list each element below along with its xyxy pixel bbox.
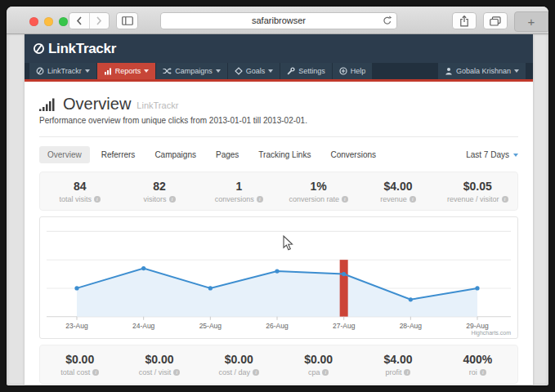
tab-tracking-links[interactable]: Tracking Links	[250, 146, 319, 163]
stat-value: 1	[199, 180, 279, 193]
close-window-button[interactable]	[29, 17, 38, 26]
stat-value: $4.00	[358, 180, 437, 193]
reload-icon	[383, 16, 392, 26]
history-nav-buttons	[69, 12, 110, 29]
tab-pages[interactable]: Pages	[208, 146, 247, 163]
new-tab-button[interactable]: +	[514, 11, 548, 32]
menu-item-goals[interactable]: Goals	[228, 63, 280, 79]
brand-logo[interactable]: LinkTrackr	[32, 41, 116, 57]
info-icon[interactable]: i	[92, 369, 99, 376]
page-title-suffix: LinkTrackr	[137, 100, 178, 112]
tab-overview[interactable]: Overview	[39, 146, 90, 163]
date-range-selector[interactable]: Last 7 Days	[466, 150, 518, 159]
tab-conversions[interactable]: Conversions	[322, 146, 384, 163]
forward-button[interactable]	[89, 13, 110, 29]
caret-down-icon	[144, 69, 149, 73]
stat-label: total visits	[59, 195, 92, 203]
stat-value: $0.00	[279, 353, 358, 366]
info-icon[interactable]: i	[173, 369, 180, 376]
shuffle-icon	[163, 67, 172, 75]
svg-text:28-Aug: 28-Aug	[400, 322, 423, 330]
sidebar-icon	[122, 16, 133, 25]
stat-label: conversions	[215, 195, 254, 203]
info-icon[interactable]: i	[480, 369, 486, 376]
globe-icon	[36, 67, 44, 75]
menu-item-reports[interactable]: Reports	[97, 63, 156, 79]
caret-down-icon	[216, 69, 221, 73]
info-icon[interactable]: i	[169, 196, 176, 203]
stat-label: revenue / visitor	[447, 195, 499, 203]
svg-text:Highcharts.com: Highcharts.com	[471, 330, 511, 336]
menu-label: Settings	[298, 67, 325, 75]
menu-item-settings[interactable]: Settings	[280, 63, 332, 79]
screenshot-border: { "browser": { "url": "safaribrowser", "…	[0, 0, 555, 392]
info-icon[interactable]: i	[253, 369, 259, 376]
caret-down-icon	[85, 69, 90, 73]
reload-button[interactable]	[383, 16, 392, 26]
back-button[interactable]	[69, 13, 89, 29]
stat-value: $4.00	[358, 353, 437, 366]
help-circle-icon	[339, 67, 347, 75]
cost-stats-card: $0.00 total costi $0.00 cost / visiti $0…	[39, 345, 518, 384]
tab-campaigns[interactable]: Campaigns	[146, 146, 204, 163]
browser-titlebar: safaribrowser +	[7, 7, 548, 34]
stat-roi: 400% roii	[438, 353, 517, 376]
menu-label: Reports	[115, 67, 141, 75]
caret-down-icon	[514, 69, 519, 73]
stat-label: conversion rate	[289, 195, 339, 203]
main-menu: LinkTrackr Reports Campaigns Goals	[25, 63, 533, 79]
window-controls	[29, 17, 68, 26]
share-button[interactable]	[452, 12, 477, 29]
sidebar-toggle-button[interactable]	[116, 12, 138, 29]
page-title-row: Overview LinkTrackr	[39, 82, 518, 112]
info-icon[interactable]: i	[94, 196, 101, 203]
overview-chart-svg: 23-Aug24-Aug25-Aug26-Aug27-Aug28-Aug29-A…	[40, 217, 517, 338]
svg-text:24-Aug: 24-Aug	[132, 322, 155, 330]
share-icon	[459, 16, 469, 27]
menu-item-linktrackr[interactable]: LinkTrackr	[29, 63, 96, 79]
stat-label: total cost	[60, 368, 90, 376]
stat-cost-day: $0.00 cost / dayi	[199, 353, 279, 376]
minimize-window-button[interactable]	[44, 17, 53, 26]
menu-item-campaigns[interactable]: Campaigns	[156, 63, 227, 79]
zoom-window-button[interactable]	[59, 17, 68, 26]
stat-cpa: $0.00 cpai	[279, 353, 358, 376]
info-icon[interactable]: i	[410, 196, 416, 203]
goal-diamond-icon	[235, 67, 243, 75]
page-content: Overview LinkTrackr Performance overview…	[25, 82, 533, 384]
info-icon[interactable]: i	[322, 369, 329, 376]
stat-value: $0.00	[40, 353, 119, 366]
stat-label: cost / visit	[139, 368, 172, 376]
tab-referrers[interactable]: Referrers	[93, 146, 144, 163]
address-bar-text: safaribrowser	[252, 16, 306, 25]
svg-text:23-Aug: 23-Aug	[65, 322, 88, 330]
plus-icon: +	[528, 15, 535, 29]
stat-label: revenue	[380, 195, 407, 203]
menu-item-help[interactable]: Help	[333, 63, 373, 79]
stat-total-visits: 84 total visitsi	[40, 180, 119, 203]
user-icon	[445, 67, 453, 75]
stat-visitors: 82 visitorsi	[119, 180, 199, 203]
signal-bars-icon	[39, 98, 57, 112]
user-menu[interactable]: Gobala Krishnan	[438, 63, 526, 79]
page-subtitle: Performance overview from unique clicks …	[39, 116, 518, 125]
stat-value: 84	[40, 180, 119, 193]
menu-label: Help	[351, 67, 366, 75]
tabs-overview-icon	[490, 16, 501, 26]
stat-value: 1%	[279, 180, 358, 193]
menu-label: Goals	[246, 67, 266, 75]
address-bar[interactable]: safaribrowser	[160, 12, 397, 29]
show-tabs-button[interactable]	[483, 12, 508, 29]
bar-chart-icon	[104, 67, 112, 75]
menu-label: LinkTrackr	[47, 67, 82, 75]
svg-text:29-Aug: 29-Aug	[466, 322, 489, 330]
browser-window: safaribrowser + LinkTrackr	[7, 7, 548, 385]
info-icon[interactable]: i	[404, 369, 410, 376]
info-icon[interactable]: i	[502, 196, 508, 203]
info-icon[interactable]: i	[342, 196, 348, 203]
caret-down-icon	[513, 154, 518, 157]
info-icon[interactable]: i	[257, 196, 263, 203]
chevron-right-icon	[96, 16, 102, 25]
page-viewport: LinkTrackr LinkTrackr Reports Campaigns	[7, 34, 548, 385]
section-divider	[39, 136, 518, 137]
